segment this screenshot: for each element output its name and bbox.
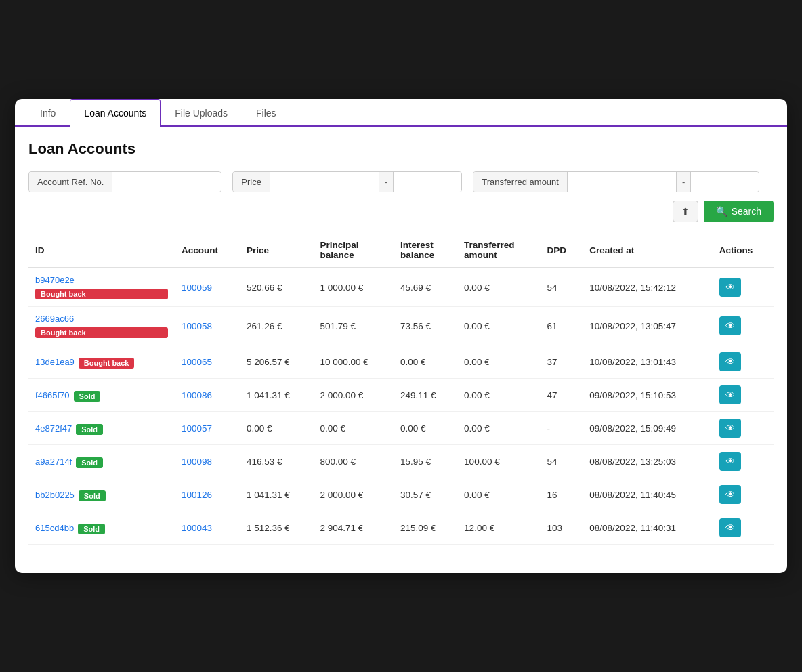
account-ref-filter: Account Ref. No. bbox=[28, 171, 221, 192]
table-row: 13de1ea9 Bought back1000655 206.57 €10 0… bbox=[28, 345, 774, 379]
cell-dpd: 16 bbox=[540, 478, 583, 511]
cell-created-at: 09/08/2022, 15:10:53 bbox=[583, 379, 712, 412]
cell-actions: 👁 bbox=[713, 307, 774, 345]
cell-dpd: - bbox=[540, 412, 583, 445]
status-badge: Bought back bbox=[79, 358, 135, 369]
cell-account[interactable]: 100086 bbox=[175, 379, 240, 412]
page-content: Loan Accounts Account Ref. No. Price - T… bbox=[15, 127, 787, 558]
cell-principal-balance: 1 000.00 € bbox=[314, 268, 394, 307]
col-account: Account bbox=[175, 233, 240, 268]
cell-id: f4665f70 Sold bbox=[28, 379, 175, 412]
eye-icon: 👁 bbox=[725, 390, 735, 400]
cell-transferred-amount: 12.00 € bbox=[457, 511, 540, 545]
view-button[interactable]: 👁 bbox=[719, 278, 741, 297]
cell-created-at: 08/08/2022, 11:40:31 bbox=[583, 511, 712, 545]
price-from-input[interactable] bbox=[270, 172, 379, 192]
cell-created-at: 09/08/2022, 15:09:49 bbox=[583, 412, 712, 445]
upload-button[interactable]: ⬆ bbox=[673, 201, 698, 222]
cell-principal-balance: 10 000.00 € bbox=[314, 345, 394, 379]
main-window: Info Loan Accounts File Uploads Files Lo… bbox=[15, 99, 787, 573]
cell-principal-balance: 501.79 € bbox=[314, 307, 394, 345]
cell-id: b9470e2e Bought back bbox=[28, 268, 175, 307]
cell-account[interactable]: 100126 bbox=[175, 478, 240, 511]
tab-file-uploads[interactable]: File Uploads bbox=[161, 99, 242, 127]
cell-id: a9a2714f Sold bbox=[28, 445, 175, 478]
cell-transferred-amount: 0.00 € bbox=[457, 268, 540, 307]
cell-actions: 👁 bbox=[713, 412, 774, 445]
table-row: 2669ac66 Bought back 100058261.26 €501.7… bbox=[28, 307, 774, 345]
transferred-separator: - bbox=[676, 172, 691, 192]
cell-account[interactable]: 100098 bbox=[175, 445, 240, 478]
cell-interest-balance: 30.57 € bbox=[394, 478, 457, 511]
table-row: bb2b0225 Sold1001261 041.31 €2 000.00 €3… bbox=[28, 478, 774, 511]
table-row: a9a2714f Sold100098416.53 €800.00 €15.95… bbox=[28, 445, 774, 478]
tab-loan-accounts[interactable]: Loan Accounts bbox=[70, 99, 161, 127]
col-transferred-amount: Transferredamount bbox=[457, 233, 540, 268]
cell-price: 261.26 € bbox=[240, 307, 314, 345]
cell-price: 520.66 € bbox=[240, 268, 314, 307]
row-id: f4665f70 bbox=[35, 390, 70, 400]
status-badge: Sold bbox=[74, 391, 101, 402]
filter-bar: Account Ref. No. Price - Transferred amo… bbox=[28, 171, 774, 192]
table-row: 615cd4bb Sold1000431 512.36 €2 904.71 €2… bbox=[28, 511, 774, 545]
cell-account[interactable]: 100059 bbox=[175, 268, 240, 307]
status-badge: Sold bbox=[76, 457, 103, 468]
cell-created-at: 10/08/2022, 13:01:43 bbox=[583, 345, 712, 379]
account-ref-input[interactable] bbox=[112, 172, 221, 192]
cell-actions: 👁 bbox=[713, 478, 774, 511]
cell-account[interactable]: 100057 bbox=[175, 412, 240, 445]
cell-account[interactable]: 100058 bbox=[175, 307, 240, 345]
transferred-filter: Transferred amount - bbox=[473, 171, 759, 192]
view-button[interactable]: 👁 bbox=[719, 518, 741, 537]
actions-row: ⬆ 🔍 Search bbox=[28, 201, 774, 222]
search-button[interactable]: 🔍 Search bbox=[704, 201, 774, 222]
view-button[interactable]: 👁 bbox=[719, 352, 741, 371]
cell-price: 1 041.31 € bbox=[240, 478, 314, 511]
cell-interest-balance: 249.11 € bbox=[394, 379, 457, 412]
cell-transferred-amount: 0.00 € bbox=[457, 345, 540, 379]
row-id: bb2b0225 bbox=[35, 490, 75, 500]
view-button[interactable]: 👁 bbox=[719, 316, 741, 335]
tab-info[interactable]: Info bbox=[26, 99, 70, 127]
transferred-label: Transferred amount bbox=[473, 172, 568, 192]
table-row: f4665f70 Sold1000861 041.31 €2 000.00 €2… bbox=[28, 379, 774, 412]
table-row: 4e872f47 Sold1000570.00 €0.00 €0.00 €0.0… bbox=[28, 412, 774, 445]
search-icon: 🔍 bbox=[716, 206, 727, 217]
cell-transferred-amount: 0.00 € bbox=[457, 478, 540, 511]
cell-transferred-amount: 100.00 € bbox=[457, 445, 540, 478]
status-badge: Sold bbox=[78, 524, 105, 534]
transferred-to-input[interactable] bbox=[691, 172, 759, 192]
tab-files[interactable]: Files bbox=[242, 99, 291, 127]
cell-account[interactable]: 100043 bbox=[175, 511, 240, 545]
row-id: b9470e2e bbox=[35, 275, 168, 285]
upload-icon: ⬆ bbox=[681, 206, 690, 217]
eye-icon: 👁 bbox=[725, 282, 735, 293]
cell-price: 0.00 € bbox=[240, 412, 314, 445]
cell-dpd: 54 bbox=[540, 445, 583, 478]
col-actions: Actions bbox=[713, 233, 774, 268]
cell-dpd: 47 bbox=[540, 379, 583, 412]
view-button[interactable]: 👁 bbox=[719, 419, 741, 438]
cell-price: 416.53 € bbox=[240, 445, 314, 478]
col-id: ID bbox=[28, 233, 175, 268]
price-to-input[interactable] bbox=[394, 172, 461, 192]
view-button[interactable]: 👁 bbox=[719, 485, 741, 504]
cell-principal-balance: 0.00 € bbox=[314, 412, 394, 445]
col-interest-balance: Interestbalance bbox=[394, 233, 457, 268]
view-button[interactable]: 👁 bbox=[719, 452, 741, 471]
cell-interest-balance: 45.69 € bbox=[394, 268, 457, 307]
transferred-from-input[interactable] bbox=[568, 172, 676, 192]
col-dpd: DPD bbox=[540, 233, 583, 268]
cell-created-at: 10/08/2022, 15:42:12 bbox=[583, 268, 712, 307]
cell-actions: 👁 bbox=[713, 445, 774, 478]
loan-accounts-table: ID Account Price Principalbalance Intere… bbox=[28, 233, 774, 545]
cell-account[interactable]: 100065 bbox=[175, 345, 240, 379]
eye-icon: 👁 bbox=[725, 456, 735, 467]
table-row: b9470e2e Bought back 100059520.66 €1 000… bbox=[28, 268, 774, 307]
status-badge: Sold bbox=[76, 424, 103, 435]
view-button[interactable]: 👁 bbox=[719, 385, 741, 404]
cell-id: 2669ac66 Bought back bbox=[28, 307, 175, 345]
price-filter: Price - bbox=[232, 171, 462, 192]
eye-icon: 👁 bbox=[725, 356, 735, 367]
price-label: Price bbox=[233, 172, 270, 192]
